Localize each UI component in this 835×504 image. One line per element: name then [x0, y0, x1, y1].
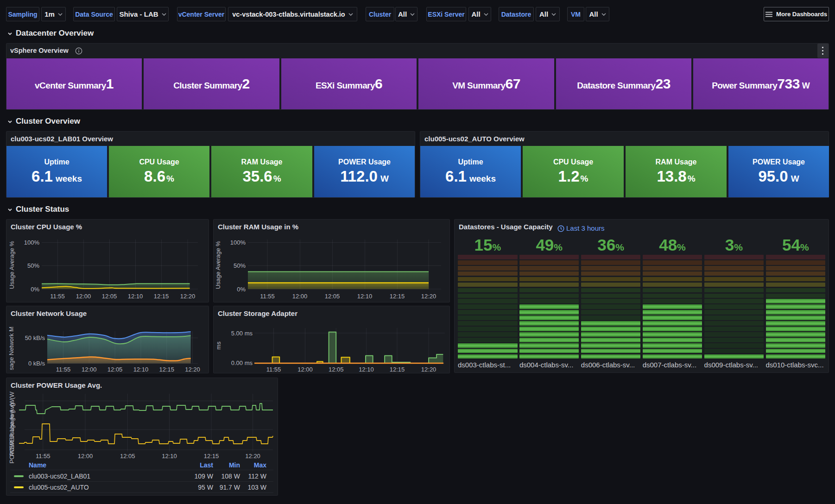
svg-text:12:10: 12:10 [162, 453, 177, 460]
svg-text:11:55: 11:55 [260, 293, 275, 300]
svg-text:5.00 ms: 5.00 ms [231, 330, 253, 337]
svg-text:100%: 100% [230, 239, 246, 246]
svg-text:12:20: 12:20 [245, 453, 260, 460]
svg-text:12:05: 12:05 [329, 366, 344, 373]
svg-text:POWER Usage Avg. (W: POWER Usage Avg. (W [8, 399, 15, 464]
svg-text:100%: 100% [24, 239, 40, 246]
svg-text:12:05: 12:05 [108, 366, 123, 373]
svg-text:12:10: 12:10 [357, 293, 373, 300]
svg-text:11:55: 11:55 [36, 453, 51, 460]
svg-text:12:10: 12:10 [133, 366, 149, 373]
svg-text:12:05: 12:05 [120, 453, 135, 460]
svg-text:12:20: 12:20 [421, 293, 436, 300]
svg-text:11:55: 11:55 [266, 366, 281, 373]
svg-text:12:15: 12:15 [390, 293, 405, 300]
svg-text:12:15: 12:15 [159, 366, 174, 373]
svg-text:sage Network M: sage Network M [8, 327, 15, 370]
svg-text:0 kB/s: 0 kB/s [28, 360, 45, 367]
svg-text:0%: 0% [237, 286, 246, 293]
svg-text:12:00: 12:00 [292, 293, 308, 300]
svg-text:12:10: 12:10 [128, 293, 143, 300]
svg-text:12:05: 12:05 [325, 293, 340, 300]
svg-text:12:20: 12:20 [180, 293, 196, 300]
svg-text:12:05: 12:05 [102, 293, 117, 300]
svg-text:ms: ms [215, 341, 222, 350]
svg-text:12:00: 12:00 [297, 366, 313, 373]
svg-text:50%: 50% [234, 262, 246, 269]
svg-text:12:10: 12:10 [359, 366, 374, 373]
svg-text:11:55: 11:55 [50, 293, 65, 300]
svg-text:12:15: 12:15 [390, 366, 405, 373]
svg-text:12:00: 12:00 [82, 366, 97, 373]
svg-text:Usage Average %: Usage Average % [8, 241, 15, 289]
svg-text:12:20: 12:20 [421, 366, 436, 373]
svg-text:50%: 50% [27, 262, 39, 269]
svg-text:Usage Average %: Usage Average % [215, 241, 221, 289]
svg-text:12:15: 12:15 [154, 293, 169, 300]
svg-text:12:15: 12:15 [204, 453, 219, 460]
svg-text:12:20: 12:20 [185, 366, 200, 373]
svg-text:0.00 ms: 0.00 ms [231, 359, 253, 366]
svg-text:12:00: 12:00 [76, 293, 91, 300]
svg-text:12:00: 12:00 [78, 453, 93, 460]
svg-text:11:55: 11:55 [56, 366, 71, 373]
svg-text:50 kB/s: 50 kB/s [25, 334, 45, 341]
svg-text:0%: 0% [31, 286, 39, 293]
